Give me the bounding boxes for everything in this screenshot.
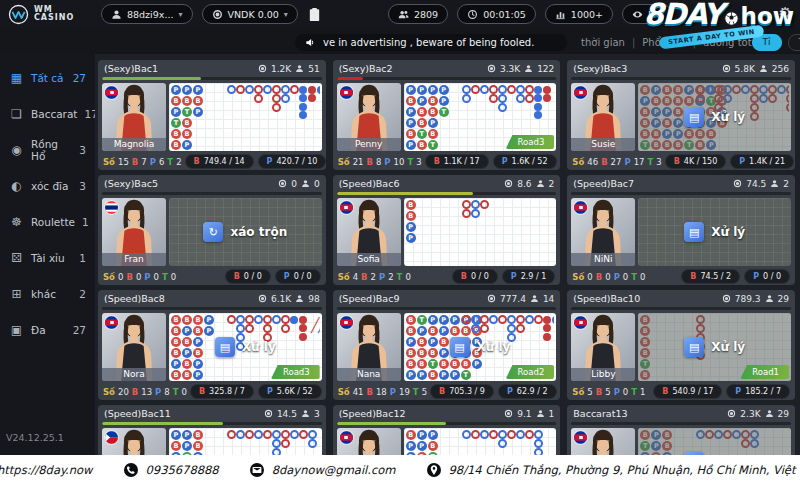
shuffle-icon: ↻ — [203, 222, 223, 242]
sort-option[interactable]: thời gian — [581, 37, 625, 48]
game-card-stats: Số46 B27 P17 T3 B4K / 150 P1.4K / 21 — [567, 153, 795, 170]
online-players-pill: 2809 — [388, 4, 448, 24]
sidebar-item-tất-cả[interactable]: ▦ Tất cả 27 — [0, 60, 95, 96]
road-badge: Road3 — [271, 365, 320, 379]
game-card[interactable]: (Speed)Bac7 74.5 2 NiNi ▤ Xử lý — [567, 175, 795, 285]
stat-banker-label: B — [366, 157, 372, 167]
stat-player-value: 8 — [164, 387, 169, 397]
game-card-stats: Số21 B8 P10 T3 B1.1K / 17 P1.6K / 52 — [333, 153, 561, 170]
game-card-stats: Số15 B7 P6 T2 B749.4 / 14 P420.7 / 10 — [98, 153, 326, 170]
sidebar-item-baccarat[interactable]: ❏ Baccarat 17 — [0, 96, 95, 132]
stat-total-value: 46 — [587, 157, 598, 167]
game-card[interactable]: (Speed)Bac12 9.1 1 BPPBBPPPBPPPPBTPBP — [333, 405, 561, 457]
user-account-pill[interactable]: 88dzi9x... ▾ — [101, 4, 193, 24]
game-card-body: NiNi ▤ Xử lý — [567, 195, 795, 268]
road-badge: Road3 — [506, 135, 555, 149]
user-icon — [770, 179, 779, 188]
sidebar-item-đa[interactable]: ▣ Đa 27 — [0, 312, 95, 348]
coin-icon — [278, 179, 287, 188]
road-panel: ↻ xáo trộn — [169, 198, 322, 266]
banker-bet-pill: B4K / 150 — [665, 154, 727, 169]
stat-banker-value: 27 — [611, 157, 622, 167]
footer-email[interactable]: 8daynow@gmail.com — [249, 462, 396, 478]
stat-banker-value: 2 — [371, 272, 376, 282]
dealer-photo: Nana — [337, 313, 401, 381]
stat-tie-value: 1 — [640, 387, 645, 397]
game-card[interactable]: (Speed)Bac6 8.6 2 Sofia BBPP Số4 — [333, 175, 561, 285]
users-icon — [398, 9, 409, 20]
game-card[interactable]: (Speed)Bac9 777.4 14 Nana BBPBBPTPBBBPPB… — [333, 290, 561, 400]
sidebar-item-label: Đa — [31, 324, 46, 336]
road-panel: BTPPPBBBP ▤ Xử lý — [638, 428, 791, 457]
game-card-header: (Speed)Bac7 74.5 2 — [567, 175, 795, 192]
footer-phone[interactable]: 0935678888 — [123, 462, 219, 478]
player-bet-pill: P1.4K / 21 — [730, 154, 794, 169]
dealer-photo: Penny — [337, 83, 401, 151]
big-road — [462, 200, 555, 264]
stat-tie-value: 5 — [422, 387, 427, 397]
stat-banker-label: B — [596, 272, 602, 282]
road-panel: ▤ Xử lý — [638, 198, 791, 266]
game-card-body: PBPBPBPPTTPBBBPBP — [98, 425, 326, 457]
sidebar-item-count: 27 — [73, 72, 86, 84]
stat-banker-value: 7 — [141, 157, 146, 167]
game-card-header: (Sexy)Bac1 1.2K 51 — [98, 60, 326, 77]
sidebar: ▦ Tất cả 27 ❏ Baccarat 17 ◉ Rồng Hổ 3 ◐ … — [0, 54, 95, 457]
sidebar-item-tài-xỉu[interactable]: ⚄ Tài xỉu 1 — [0, 240, 95, 276]
game-name: (Speed)Bac6 — [339, 178, 400, 189]
bet-amount: 74.5 — [746, 179, 766, 189]
player-count: 3 — [314, 409, 320, 419]
player-count: 29 — [778, 294, 789, 304]
dealer-flag-icon — [340, 201, 353, 214]
stat-player-label: P — [150, 157, 156, 167]
game-card-stats: Số0 B0 P0 T0 B0 / 0 P0 / 0 — [98, 268, 326, 285]
game-card[interactable]: Baccarat13 2.3K 29 BTPPPBBBP ▤ Xử lý — [567, 405, 795, 457]
currency-pill[interactable]: VNDK 0.00 ▾ — [202, 4, 298, 24]
stat-player-label: P — [614, 387, 620, 397]
stat-player-value: 10 — [394, 157, 405, 167]
dealer-flag-icon — [105, 431, 118, 444]
user-icon — [295, 294, 304, 303]
game-card[interactable]: (Sexy)Bac3 5.8K 256 Susie BPBBBTPBPPBBBB… — [567, 60, 795, 170]
table-limit-pill[interactable]: 1000+ — [545, 4, 613, 24]
chart-icon — [555, 9, 566, 20]
game-card[interactable]: (Speed)Bac8 6.1K 98 Nora BBBBPBBPBPBBBBP… — [98, 290, 326, 400]
footer-website[interactable]: https://8day.now — [0, 462, 93, 478]
banker-bet-pill: B1.1K / 17 — [425, 154, 489, 169]
player-bet-pill: P62.9 / 2 — [498, 384, 557, 399]
sidebar-item-khác[interactable]: ⊞ khác 2 — [0, 276, 95, 312]
big-road — [462, 430, 555, 457]
game-card[interactable]: (Sexy)Bac1 1.2K 51 Magnolia PBPTBBPBTBBP… — [98, 60, 326, 170]
game-card-header: Baccarat13 2.3K 29 — [567, 405, 795, 422]
coin-icon — [264, 409, 273, 418]
game-lobby-grid: (Sexy)Bac1 1.2K 51 Magnolia PBPTBBPBTBBP… — [95, 54, 800, 457]
table-limit-value: 1000+ — [571, 9, 603, 20]
game-card[interactable]: (Sexy)Bac5 0 0 Fran ↻ xáo trộn — [98, 175, 326, 285]
player-count: 2 — [549, 179, 555, 189]
bet-amount: 6.1K — [271, 294, 291, 304]
sidebar-item-xóc-đĩa[interactable]: ◐ xóc đĩa 3 — [0, 168, 95, 204]
user-icon — [524, 64, 533, 73]
sidebar-item-rồng-hổ[interactable]: ◉ Rồng Hổ 3 — [0, 132, 95, 168]
user-icon — [111, 9, 122, 20]
sidebar-item-roulette[interactable]: ☸ Roulette 1 — [0, 204, 95, 240]
banker-bet-pill: B540.9 / 17 — [653, 384, 722, 399]
wm-casino-logo[interactable]: WMCASINO — [8, 4, 92, 25]
process-icon: ▤ — [684, 107, 704, 127]
game-name: (Sexy)Bac5 — [104, 178, 158, 189]
game-card[interactable]: (Speed)Bac10 789.3 29 Libby BBBBTB ▤ Xử … — [567, 290, 795, 400]
road-badge: Road2 — [506, 365, 555, 379]
banker-bet-pill: B325.8 / 7 — [190, 384, 254, 399]
process-icon: ▤ — [215, 337, 235, 357]
stat-banker-value: 8 — [376, 157, 381, 167]
coin-icon — [487, 64, 496, 73]
game-card[interactable]: (Sexy)Bac2 3.3K 122 Penny PBPPBPPPBBTBPB… — [333, 60, 561, 170]
player-count: 51 — [308, 64, 319, 74]
stat-player-label: P — [390, 387, 396, 397]
clipboard-icon[interactable] — [307, 7, 322, 22]
player-count: 256 — [772, 64, 789, 74]
game-card-body: Nana BBPBBPTPBBBPPBPBTBPPBPBPPBPPBPPBBPB… — [333, 310, 561, 383]
chevron-down-icon: ▾ — [178, 10, 182, 19]
game-card[interactable]: (Speed)Bac11 14.5 3 PBPBPBPPTTPBBBPBP — [98, 405, 326, 457]
bead-road: BBPP — [406, 200, 416, 243]
